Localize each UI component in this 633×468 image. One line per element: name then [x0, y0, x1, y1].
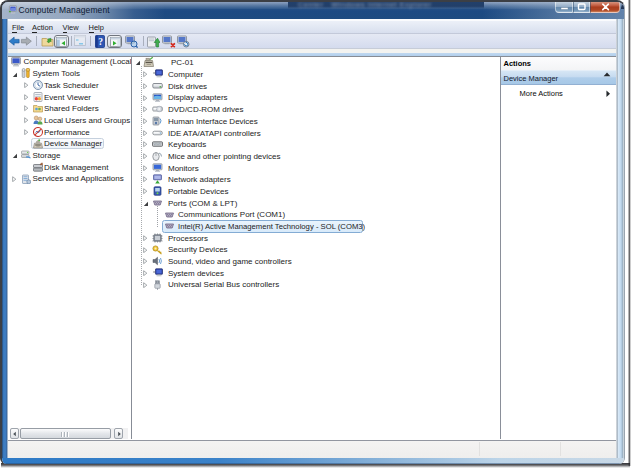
- svg-text:?: ?: [98, 36, 103, 46]
